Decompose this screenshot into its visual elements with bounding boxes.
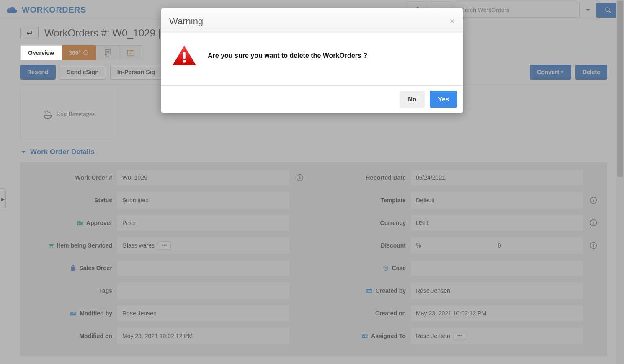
modal-close-button[interactable]: × [449,17,455,26]
svg-rect-38 [183,52,186,59]
tab-overview[interactable]: Overview [20,45,62,60]
modal-yes-button[interactable]: Yes [430,91,457,108]
svg-point-39 [183,60,186,63]
warning-modal: Warning × Are you sure you want to delet… [161,8,463,113]
modal-message: Are you sure you want to delete the Work… [208,52,367,59]
modal-no-button[interactable]: No [400,91,425,108]
warning-icon [172,45,197,67]
modal-title: Warning [169,16,449,27]
